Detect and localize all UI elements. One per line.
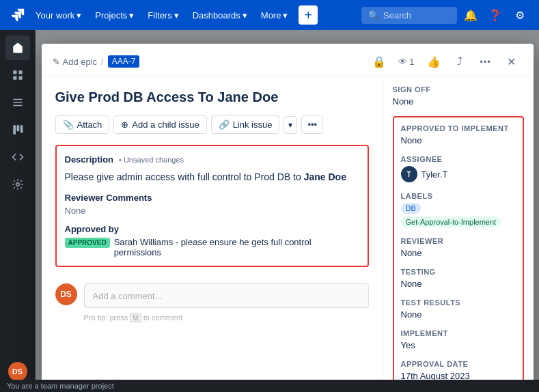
test-results-label: Test results [401, 298, 516, 307]
settings-icon[interactable]: ⚙ [509, 4, 531, 26]
issue-actions: 📎 Attach ⊕ Add a child issue 🔗 Link issu… [55, 115, 369, 134]
test-results-value: None [401, 309, 516, 320]
more-actions-button[interactable]: ••• [475, 51, 497, 72]
sidebar-home-icon[interactable] [5, 36, 30, 60]
content-area: ✎ Add epic / AAA-7 🔒 👁 1 👍 ⤴ ••• ✕ [36, 30, 539, 392]
share-button[interactable]: ⤴ [449, 51, 471, 72]
sign-off-label: Sign Off [393, 85, 524, 94]
sidebar-code-icon[interactable] [5, 145, 30, 169]
testing-section: Testing None [401, 268, 516, 289]
add-child-issue-button[interactable]: ⊕ Add a child issue [113, 115, 206, 134]
labels-section: Labels DB Get-Approval-to-Implement [401, 192, 516, 227]
eye-icon: 👁 [398, 57, 407, 67]
implement-value: Yes [401, 340, 516, 350]
attach-button[interactable]: 📎 Attach [55, 115, 110, 134]
modal-body: Give Prod DB Access To Jane Doe 📎 Attach… [42, 77, 534, 392]
assignee-section: Assignee T Tyler.T [401, 155, 516, 182]
implement-section: Implement Yes [401, 329, 516, 350]
modal-overlay: ✎ Add epic / AAA-7 🔒 👁 1 👍 ⤴ ••• ✕ [36, 30, 539, 392]
highlighted-name: Jane Doe [304, 171, 346, 182]
search-box[interactable]: 🔍 Search [361, 7, 457, 24]
approval-date-label: Approval Date [401, 360, 516, 368]
approved-by-title: Approved by [65, 224, 359, 234]
reviewer-section: Reviewer None [401, 237, 516, 258]
description-title: Description • Unsaved changes [65, 154, 359, 165]
implement-label: Implement [401, 329, 516, 337]
nav-your-work[interactable]: Your work ▾ [30, 8, 87, 23]
approved-implement-value: None [401, 135, 516, 145]
label-chips: DB Get-Approval-to-Implement [401, 203, 516, 227]
watch-count: 1 [409, 57, 414, 67]
shortcut-key: M [130, 313, 141, 322]
comment-area: DS Add a comment... [55, 275, 369, 311]
more-button[interactable]: ••• [301, 115, 323, 134]
description-section: Description • Unsaved changes Please giv… [55, 145, 369, 267]
reviewer-label: Reviewer [401, 237, 516, 245]
jira-logo[interactable] [8, 5, 27, 25]
reviewer-comments-value: None [65, 206, 359, 216]
svg-rect-5 [13, 102, 23, 103]
nav-projects[interactable]: Projects ▾ [89, 8, 139, 23]
paperclip-icon: 📎 [63, 120, 74, 130]
left-sidebar: DS [0, 30, 36, 392]
svg-rect-2 [13, 76, 16, 80]
user-avatar[interactable]: DS [8, 362, 27, 381]
create-button[interactable]: + [299, 5, 318, 25]
sidebar-backlog-icon[interactable] [5, 90, 30, 115]
assignee-row: T Tyler.T [401, 166, 516, 182]
notifications-icon[interactable]: 🔔 [460, 4, 482, 26]
commenter-avatar: DS [55, 283, 77, 305]
svg-rect-7 [13, 125, 16, 135]
svg-rect-8 [16, 125, 19, 131]
sidebar-settings-icon[interactable] [5, 172, 30, 197]
svg-rect-0 [13, 70, 16, 74]
approval-date-section: Approval Date 17th August 2023 [401, 360, 516, 381]
assignee-label: Assignee [401, 155, 516, 163]
reviewer-value: None [401, 248, 516, 258]
approved-badge: APPROVED [65, 238, 110, 248]
pro-tip: Pro tip: press M to comment [55, 313, 369, 322]
sidebar-project-icon[interactable] [5, 63, 30, 87]
link-issue-button[interactable]: 🔗 Link issue [211, 115, 280, 134]
issue-modal: ✎ Add epic / AAA-7 🔒 👁 1 👍 ⤴ ••• ✕ [42, 44, 534, 392]
lock-button[interactable]: 🔒 [368, 51, 390, 72]
issue-title: Give Prod DB Access To Jane Doe [55, 88, 369, 106]
assignee-name: Tyler.T [421, 169, 448, 180]
approved-implement-section: Approved to Implement None [401, 124, 516, 145]
nav-filters[interactable]: Filters ▾ [142, 8, 184, 23]
nav-dashboards[interactable]: Dashboards ▾ [187, 8, 253, 23]
child-icon: ⊕ [121, 120, 128, 130]
right-bordered-section: Approved to Implement None Assignee T Ty… [393, 116, 524, 392]
testing-label: Testing [401, 268, 516, 276]
add-epic-breadcrumb[interactable]: ✎ Add epic [53, 57, 98, 67]
svg-point-10 [16, 183, 19, 186]
sign-off-value: None [393, 96, 524, 107]
label-approval[interactable]: Get-Approval-to-Implement [401, 216, 501, 227]
label-db[interactable]: DB [401, 203, 421, 214]
svg-rect-1 [18, 70, 22, 74]
unsaved-tag: • Unsaved changes [119, 156, 184, 164]
testing-value: None [401, 279, 516, 289]
svg-rect-4 [13, 99, 23, 100]
sidebar-board-icon[interactable] [5, 117, 30, 142]
breadcrumb-separator: / [101, 57, 104, 67]
modal-top-bar: ✎ Add epic / AAA-7 🔒 👁 1 👍 ⤴ ••• ✕ [42, 44, 534, 77]
top-nav: Your work ▾ Projects ▾ Filters ▾ Dashboa… [0, 0, 539, 30]
approved-by-row: APPROVED Sarah Williams - please ensure … [65, 237, 359, 257]
svg-rect-3 [18, 76, 22, 80]
like-button[interactable]: 👍 [423, 51, 445, 72]
svg-rect-9 [20, 125, 23, 132]
nav-more[interactable]: More ▾ [255, 8, 294, 23]
main-layout: DS ✎ Add epic / AAA-7 🔒 👁 1 [0, 30, 539, 392]
status-bar: You are a team manager project [0, 380, 539, 392]
test-results-section: Test results None [401, 298, 516, 320]
watch-button[interactable]: 👁 1 [394, 54, 418, 70]
approved-implement-label: Approved to Implement [401, 124, 516, 132]
issue-key-badge[interactable]: AAA-7 [108, 55, 140, 68]
link-icon: 🔗 [219, 120, 230, 130]
comment-input[interactable]: Add a comment... [84, 283, 369, 308]
modal-right-panel: Sign Off None Approved to Implement None [383, 77, 534, 392]
actions-chevron-button[interactable]: ▾ [284, 116, 297, 134]
help-icon[interactable]: ❓ [484, 4, 506, 26]
close-button[interactable]: ✕ [501, 51, 523, 72]
